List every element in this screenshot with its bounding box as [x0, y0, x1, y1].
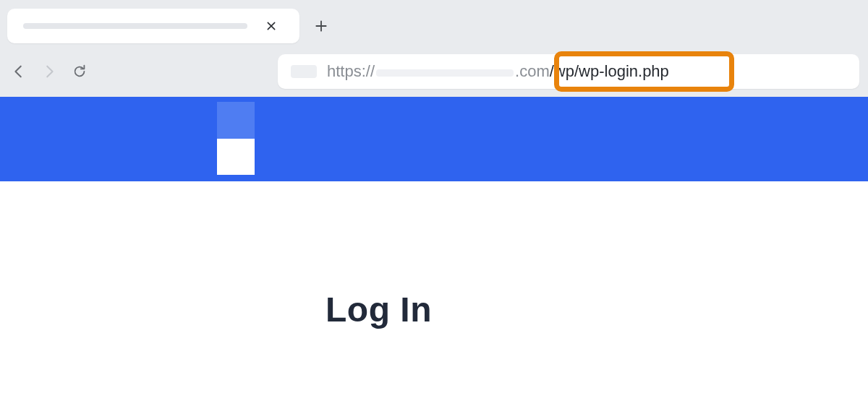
- url-domain-placeholder: [376, 69, 514, 77]
- close-icon: [265, 20, 277, 32]
- forward-button[interactable]: [35, 57, 64, 86]
- url-text: https:// .com /wp/wp-login.php: [327, 62, 669, 81]
- site-logo: [217, 102, 255, 175]
- reload-icon: [72, 64, 88, 79]
- browser-chrome: https:// .com /wp/wp-login.php: [0, 0, 868, 97]
- page-header-banner: [0, 97, 868, 181]
- url-path: /wp/wp-login.php: [550, 62, 669, 81]
- tab-strip: [0, 6, 868, 46]
- tab-title-placeholder: [23, 23, 247, 29]
- login-heading: Log In: [326, 290, 868, 329]
- chevron-right-icon: [41, 64, 57, 79]
- url-scheme: https://: [327, 62, 375, 81]
- chevron-left-icon: [11, 64, 27, 79]
- new-tab-button[interactable]: [310, 14, 333, 38]
- browser-toolbar: https:// .com /wp/wp-login.php: [0, 46, 868, 97]
- browser-tab[interactable]: [7, 9, 299, 43]
- close-tab-button[interactable]: [262, 17, 281, 35]
- page-content: Log In: [0, 181, 868, 329]
- logo-top-block: [217, 102, 255, 139]
- page-body: Log In: [0, 97, 868, 329]
- address-bar[interactable]: https:// .com /wp/wp-login.php: [278, 54, 859, 89]
- site-identity-placeholder: [291, 65, 317, 78]
- plus-icon: [314, 19, 328, 33]
- logo-bottom-block: [217, 139, 255, 175]
- back-button[interactable]: [4, 57, 33, 86]
- url-tld: .com: [515, 62, 550, 81]
- reload-button[interactable]: [65, 57, 94, 86]
